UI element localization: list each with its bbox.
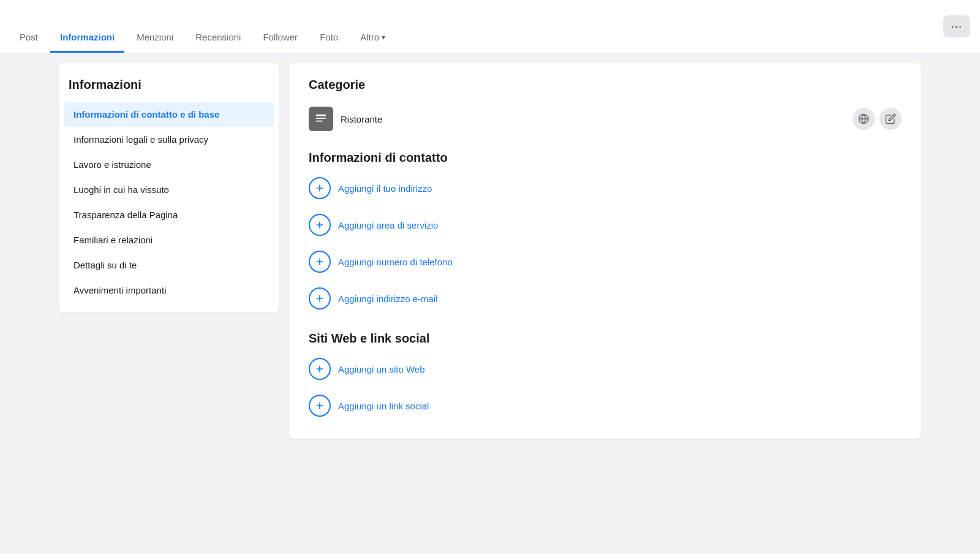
- nav-tab-menzioni[interactable]: Menzioni: [127, 23, 183, 53]
- globe-button[interactable]: [853, 108, 875, 130]
- nav-tab-informazioni[interactable]: Informazioni: [50, 23, 124, 53]
- add-social-button[interactable]: Aggiungi un link social: [309, 387, 902, 424]
- category-icon: [309, 107, 333, 131]
- sidebar-item-contatto-base[interactable]: Informazioni di contatto e di base: [64, 102, 274, 127]
- social-section-title: Siti Web e link social: [309, 332, 902, 346]
- add-address-button[interactable]: Aggiungi il tuo indirizzo: [309, 170, 902, 207]
- svg-rect-2: [316, 121, 323, 122]
- category-name: Ristorante: [341, 114, 382, 124]
- category-left: Ristorante: [309, 107, 382, 131]
- nav-tab-altro[interactable]: Altro▾: [350, 23, 395, 53]
- sidebar-item-familiari-relazioni[interactable]: Familiari e relazioni: [64, 227, 274, 252]
- add-phone-button[interactable]: Aggiungi numero di telefono: [309, 243, 902, 280]
- add-link-label: Aggiungi indirizzo e-mail: [338, 294, 438, 304]
- add-circle-icon: [309, 395, 331, 417]
- contact-links-list: Aggiungi il tuo indirizzo Aggiungi area …: [309, 170, 902, 317]
- nav-tab-follower[interactable]: Follower: [253, 23, 307, 53]
- add-email-button[interactable]: Aggiungi indirizzo e-mail: [309, 280, 902, 317]
- add-circle-icon: [309, 287, 331, 309]
- add-website-button[interactable]: Aggiungi un sito Web: [309, 351, 902, 387]
- right-panel: Categorie Ristorante: [289, 63, 921, 439]
- main-content: Informazioni Informazioni di contatto e …: [49, 63, 931, 439]
- nav-tab-foto[interactable]: Foto: [310, 23, 348, 53]
- sidebar: Informazioni Informazioni di contatto e …: [59, 63, 279, 313]
- sidebar-item-dettagli-te[interactable]: Dettagli su di te: [64, 252, 274, 278]
- chevron-down-icon: ▾: [382, 33, 385, 42]
- add-service-area-button[interactable]: Aggiungi area di servizio: [309, 207, 902, 243]
- top-navigation: PostInformazioniMenzioniRecensioniFollow…: [0, 0, 980, 53]
- nav-tab-recensioni[interactable]: Recensioni: [186, 23, 251, 53]
- sidebar-items-list: Informazioni di contatto e di baseInform…: [59, 102, 279, 303]
- add-circle-icon: [309, 214, 331, 236]
- sidebar-item-trasparenza-pagina[interactable]: Trasparenza della Pagina: [64, 202, 274, 227]
- add-link-label: Aggiungi il tuo indirizzo: [338, 183, 432, 194]
- sidebar-title: Informazioni: [59, 73, 279, 102]
- add-circle-icon: [309, 358, 331, 380]
- svg-rect-1: [316, 118, 326, 119]
- category-actions: [853, 108, 902, 130]
- svg-rect-0: [316, 115, 326, 116]
- add-link-label: Aggiungi un link social: [338, 401, 429, 411]
- add-circle-icon: [309, 251, 331, 273]
- category-row: Ristorante: [309, 102, 902, 136]
- categories-section-title: Categorie: [309, 78, 902, 92]
- more-options-button[interactable]: ···: [943, 15, 970, 37]
- edit-button[interactable]: [880, 108, 902, 130]
- contact-section-title: Informazioni di contatto: [309, 151, 902, 165]
- add-link-label: Aggiungi un sito Web: [338, 364, 424, 374]
- add-circle-icon: [309, 177, 331, 199]
- sidebar-item-legali-privacy[interactable]: Informazioni legali e sulla privacy: [64, 127, 274, 152]
- social-links-list: Aggiungi un sito Web Aggiungi un link so…: [309, 351, 902, 424]
- sidebar-item-lavoro-istruzione[interactable]: Lavoro e istruzione: [64, 152, 274, 177]
- add-link-label: Aggiungi numero di telefono: [338, 257, 453, 267]
- sidebar-item-luoghi-vissuto[interactable]: Luoghi in cui ha vissuto: [64, 177, 274, 202]
- add-link-label: Aggiungi area di servizio: [338, 220, 438, 230]
- nav-tab-post[interactable]: Post: [10, 23, 48, 53]
- sidebar-item-avvenimenti-importanti[interactable]: Avvenimenti importanti: [64, 278, 274, 303]
- nav-tabs-container: PostInformazioniMenzioniRecensioniFollow…: [10, 23, 970, 53]
